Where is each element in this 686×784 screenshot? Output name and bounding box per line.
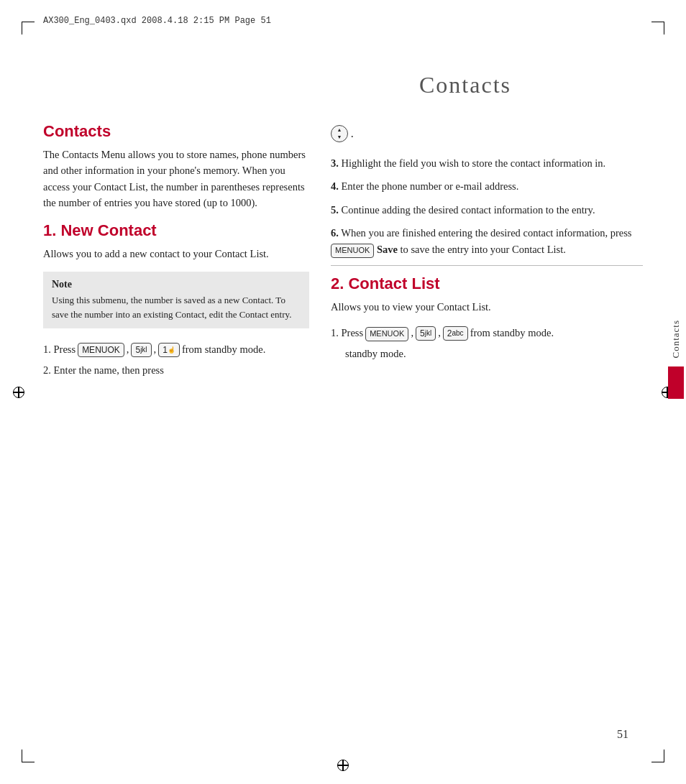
- note-box: Note Using this submenu, the number is s…: [43, 272, 309, 328]
- crosshair-left: [13, 387, 24, 398]
- cl-step1-suffix: from standby mode.: [470, 325, 554, 341]
- corner-mark-tr: [651, 22, 664, 34]
- nav-icon: [331, 125, 348, 142]
- corner-mark-tl: [22, 22, 35, 34]
- intro-body: The Contacts Menu allows you to store na…: [43, 147, 309, 211]
- section2-body: Allows you to view your Contact List.: [331, 299, 643, 315]
- page-title: Contacts: [288, 72, 643, 98]
- step2-line: 2. Enter the name, then press: [43, 362, 309, 378]
- divider: [331, 265, 643, 266]
- header-bar: AX300_Eng_0403.qxd 2008.4.18 2:15 PM Pag…: [43, 16, 643, 26]
- key-menu-ok-1: MENUOK: [78, 343, 124, 357]
- right-column: . 3. Highlight the field you wish to sto…: [331, 122, 643, 727]
- step3: 3. Highlight the field you wish to store…: [331, 155, 643, 171]
- page-number: 51: [617, 728, 628, 741]
- header-text: AX300_Eng_0403.qxd 2008.4.18 2:15 PM Pag…: [43, 16, 271, 26]
- section2-title: 2. Contact List: [331, 275, 643, 293]
- step1-prefix: 1. Press: [43, 341, 76, 357]
- key-menu-ok-6: MENUOK: [331, 244, 374, 258]
- cl-comma1: ,: [411, 325, 413, 341]
- step5: 5. Continue adding the desired contact i…: [331, 202, 643, 218]
- key-5jkl-1: 5 jkl: [131, 343, 151, 357]
- cl-step1-prefix: 1. Press: [331, 325, 363, 341]
- crosshair-bottom: [337, 760, 349, 771]
- key-5jkl-cl: 5 jkl: [416, 326, 436, 341]
- cl-comma2: ,: [438, 325, 441, 341]
- section1-body: Allows you to add a new contact to your …: [43, 246, 309, 262]
- sidebar-tab: Contacts: [666, 302, 686, 417]
- cl-step1-indent: standby mode.: [345, 346, 643, 361]
- note-title: Note: [52, 279, 301, 290]
- section1-title: 1. New Contact: [43, 221, 309, 240]
- left-column: Contacts The Contacts Menu allows you to…: [43, 122, 309, 727]
- nav-dot: .: [351, 127, 354, 139]
- corner-mark-br: [651, 750, 664, 762]
- sidebar-tab-label: Contacts: [670, 320, 682, 359]
- step6: 6. When you are finished entering the de…: [331, 225, 643, 257]
- step1-line: 1. Press MENUOK , 5 jkl , 1 ☝ from stand…: [43, 341, 309, 357]
- step4: 4. Enter the phone number or e-mail addr…: [331, 178, 643, 194]
- nav-icon-line: .: [331, 125, 643, 142]
- comma2: ,: [154, 341, 157, 357]
- comma1: ,: [127, 341, 129, 357]
- content-area: Contacts The Contacts Menu allows you to…: [43, 122, 643, 727]
- key-1abc-1: 1 ☝: [158, 343, 180, 357]
- key-2abc-cl: 2 abc: [443, 326, 468, 341]
- step1-suffix: from standby mode.: [182, 341, 265, 357]
- corner-mark-bl: [22, 750, 35, 762]
- intro-heading: Contacts: [43, 122, 309, 141]
- sidebar-tab-bar: [668, 366, 684, 399]
- step2-text: 2. Enter the name, then press: [43, 362, 164, 378]
- contact-list-step1: 1. Press MENUOK , 5 jkl , 2 abc from sta…: [331, 325, 643, 341]
- key-menu-ok-cl: MENUOK: [365, 327, 408, 341]
- note-body: Using this submenu, the number is saved …: [52, 293, 301, 321]
